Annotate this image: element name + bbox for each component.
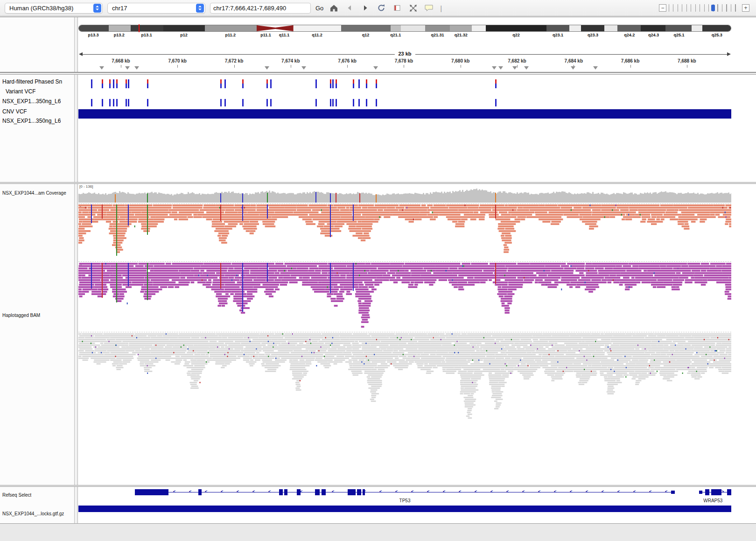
cytoband-q23.2[interactable] (569, 25, 581, 31)
cytoband-p11.2[interactable] (205, 25, 257, 31)
refseq-track-name[interactable]: Refseq Select (2, 492, 31, 498)
gene-exon[interactable] (357, 489, 361, 495)
genotype-mark[interactable] (128, 99, 129, 106)
gene-exon[interactable] (348, 489, 356, 495)
genotype-mark[interactable] (366, 99, 367, 106)
variant-mark[interactable] (126, 79, 127, 88)
gene-exon[interactable] (297, 489, 301, 495)
genotype-mark[interactable] (353, 99, 354, 106)
cytoband-q22[interactable] (486, 25, 546, 31)
variant-mark[interactable] (220, 79, 222, 88)
gene-exon[interactable] (284, 489, 287, 495)
cnv-segment-bar[interactable] (78, 109, 731, 119)
cytoband-q21.33[interactable] (472, 25, 485, 31)
genotype-mark[interactable] (332, 99, 334, 106)
panel-gutter[interactable] (75, 487, 78, 523)
gene-line-TP53[interactable] (135, 492, 675, 492)
tooltip-bubble-button[interactable] (423, 3, 434, 13)
cytoband-q24.2[interactable] (617, 25, 641, 31)
ruler-region-marker[interactable] (593, 66, 598, 70)
go-button[interactable]: Go (315, 5, 323, 12)
genotype-mark[interactable] (91, 99, 92, 106)
cytoband-p13.2[interactable] (109, 25, 131, 31)
gene-exon[interactable] (198, 489, 202, 495)
cytoband-q25.2[interactable] (692, 25, 702, 31)
gene-exon[interactable] (711, 489, 721, 495)
variant-mark[interactable] (102, 79, 103, 88)
cytoband-q23.1[interactable] (546, 25, 569, 31)
ruler-region-marker[interactable] (301, 66, 306, 70)
locus-input[interactable] (210, 3, 311, 14)
gtf-block-bar[interactable] (78, 506, 731, 512)
cytoband-p13.1[interactable] (131, 25, 164, 31)
cnv-track-name-line1[interactable]: CNV VCF (2, 108, 27, 115)
cytoband-p12[interactable] (163, 25, 205, 31)
variant-mark[interactable] (270, 79, 272, 88)
variant-mark[interactable] (366, 79, 367, 88)
genotype-mark[interactable] (315, 99, 317, 106)
variant-mark[interactable] (113, 79, 114, 88)
variant-mark[interactable] (91, 79, 92, 88)
variant-track-name-line1[interactable]: Hard-filtered Phased Sn (2, 78, 62, 85)
genotype-mark[interactable] (376, 99, 377, 106)
cytoband-q11.2[interactable] (294, 25, 341, 31)
cytoband-q23.3[interactable] (581, 25, 604, 31)
cytoband-q24.3[interactable] (641, 25, 665, 31)
genotype-mark[interactable] (102, 99, 103, 106)
refresh-button[interactable] (376, 3, 387, 13)
genotype-mark[interactable] (336, 99, 337, 106)
fit-to-window-button[interactable] (407, 3, 419, 13)
variant-allele-row[interactable] (78, 79, 731, 89)
variant-mark[interactable] (353, 79, 354, 88)
variant-track-name-line2[interactable]: Variant VCF (2, 88, 35, 95)
gene-label-TP53[interactable]: TP53 (399, 498, 411, 503)
cytoband-q25.3[interactable] (702, 25, 731, 31)
refseq-gene-row[interactable]: <<<<<<<<<<<<<<<<<<<<<<<<<<<<<<<<<<>> (78, 488, 731, 497)
cytoband-q24.1[interactable] (604, 25, 617, 31)
cytoband-q21.31[interactable] (425, 25, 450, 31)
cytoband-q25.1[interactable] (665, 25, 692, 31)
untagged-reads[interactable] (78, 333, 731, 428)
haplotype1-reads[interactable] (78, 204, 731, 260)
genotype-mark[interactable] (358, 99, 360, 106)
bam-track-name[interactable]: Haplotagged BAM (2, 313, 40, 318)
cytoband-q21.32[interactable] (450, 25, 472, 31)
variant-mark[interactable] (109, 79, 111, 88)
ruler-region-marker[interactable] (512, 66, 517, 70)
ruler-region-marker[interactable] (265, 66, 269, 70)
cnv-track-name-line2[interactable]: NSX_EXP1...350ng_L6 (2, 118, 61, 124)
home-button[interactable] (328, 3, 339, 13)
genotype-mark[interactable] (109, 99, 111, 106)
variant-mark[interactable] (147, 79, 148, 88)
gene-exon[interactable] (279, 489, 283, 495)
panel-gutter[interactable] (75, 17, 78, 72)
variant-mark[interactable] (358, 79, 360, 88)
forward-button[interactable] (360, 3, 371, 13)
gene-label-WRAP53[interactable]: WRAP53 (703, 498, 722, 503)
base-position-ruler[interactable]: 7,668 kb7,670 kb7,672 kb7,674 kb7,676 kb… (78, 58, 731, 71)
gene-exon[interactable] (671, 491, 675, 494)
variant-mark[interactable] (224, 79, 226, 88)
variant-mark[interactable] (336, 79, 337, 88)
variant-track-name-line3[interactable]: NSX_EXP1...350ng_L6 (2, 98, 61, 105)
gene-exon[interactable] (322, 489, 326, 495)
genotype-mark[interactable] (266, 99, 268, 106)
coverage-track-name[interactable]: NSX_EXP1044...am Coverage (2, 190, 66, 196)
zoom-in-button[interactable]: + (742, 4, 749, 12)
genotype-mark[interactable] (116, 99, 118, 106)
genotype-mark[interactable] (220, 99, 222, 106)
variant-mark[interactable] (266, 79, 268, 88)
ruler-region-marker[interactable] (498, 66, 503, 70)
cytoband-q11.1[interactable] (275, 25, 294, 31)
ruler-region-marker[interactable] (99, 66, 104, 70)
genotype-mark[interactable] (126, 99, 127, 106)
variant-mark[interactable] (330, 79, 331, 88)
gene-exon[interactable] (315, 489, 320, 495)
variant-mark[interactable] (128, 79, 129, 88)
gene-exon[interactable] (705, 489, 709, 495)
variant-mark[interactable] (116, 79, 118, 88)
cytoband-q21.1[interactable] (391, 25, 401, 31)
genotype-mark[interactable] (270, 99, 272, 106)
genotype-mark[interactable] (242, 99, 244, 106)
variant-mark[interactable] (495, 79, 497, 88)
